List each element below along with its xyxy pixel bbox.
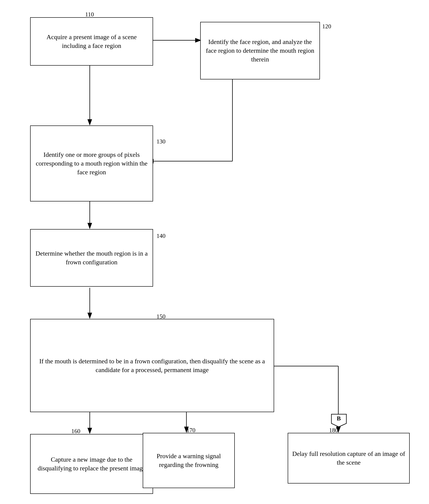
box-150: If the mouth is determined to be in a fr…: [30, 319, 274, 412]
label-130: 130: [157, 138, 165, 145]
box-160-text: Capture a new image due to the disqualif…: [34, 455, 149, 473]
label-141: 140: [157, 233, 165, 239]
svg-marker-10: [88, 313, 92, 319]
box-140-text: Determine whether the mouth region is in…: [34, 249, 149, 267]
label-150: 150: [157, 313, 165, 320]
svg-text:B: B: [337, 415, 341, 422]
box-170: Provide a warning signal regarding the f…: [143, 433, 235, 488]
box-130: Identify one or more groups of pixels co…: [30, 126, 153, 201]
box-110: Acquire a present image of a scene inclu…: [30, 17, 153, 66]
box-160: Capture a new image due to the disqualif…: [30, 434, 153, 494]
label-120: 120: [322, 23, 331, 30]
box-170-text: Provide a warning signal regarding the f…: [146, 452, 231, 469]
svg-marker-8: [88, 223, 92, 229]
label-110: 110: [85, 11, 94, 18]
box-150-text: If the mouth is determined to be in a fr…: [34, 357, 270, 374]
diagram-container: Acquire a present image of a scene inclu…: [0, 0, 429, 504]
box-140: Determine whether the mouth region is in…: [30, 229, 153, 287]
label-170: 170: [187, 427, 195, 434]
box-130-text: Identify one or more groups of pixels co…: [34, 150, 149, 176]
svg-marker-1: [88, 119, 92, 126]
label-160: 160: [71, 428, 80, 435]
box-180: Delay full resolution capture of an imag…: [288, 433, 410, 484]
box-180-text: Delay full resolution capture of an imag…: [291, 450, 406, 467]
box-110-text: Acquire a present image of a scene inclu…: [34, 33, 149, 50]
connector-b: B: [330, 413, 348, 428]
svg-marker-12: [88, 428, 92, 434]
box-120: Identify the face region, and analyze th…: [200, 22, 320, 80]
box-120-text: Identify the face region, and analyze th…: [204, 37, 316, 63]
